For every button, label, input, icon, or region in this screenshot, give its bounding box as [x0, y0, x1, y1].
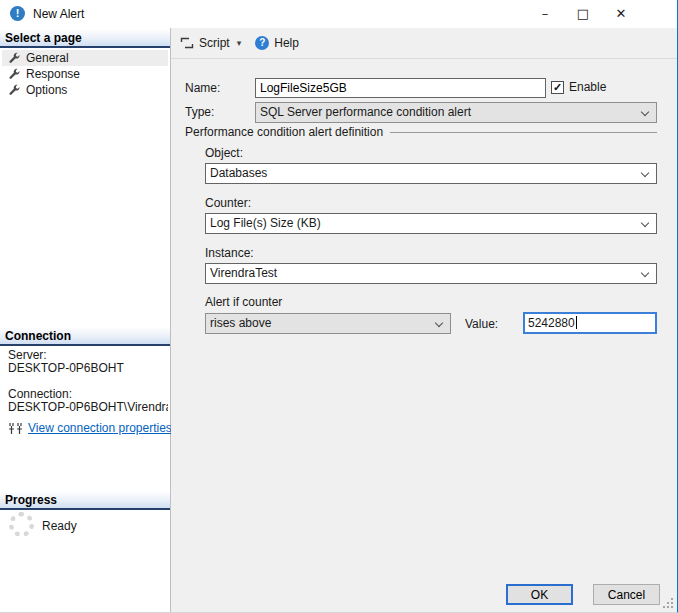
- new-alert-dialog: ! New Alert – □ ✕ Select a page General …: [0, 0, 678, 613]
- object-label: Object:: [205, 146, 243, 160]
- maximize-button[interactable]: □: [564, 0, 602, 28]
- enable-label: Enable: [569, 80, 606, 94]
- sidebar-item-label: Response: [26, 67, 80, 81]
- connection-value: DESKTOP-0P6BOHT\Virendra Yad: [8, 400, 168, 414]
- chevron-down-icon: [641, 219, 649, 227]
- view-connection-properties[interactable]: View connection properties: [8, 421, 172, 435]
- toolbar: Script ▾ ? Help: [171, 28, 678, 59]
- select-a-page-header: Select a page: [0, 30, 170, 48]
- sidebar-item-label: Options: [26, 83, 67, 97]
- progress-header: Progress: [0, 492, 170, 510]
- title-bar[interactable]: ! New Alert – □ ✕: [0, 0, 678, 28]
- connection-header: Connection: [0, 328, 170, 346]
- wrench-icon: [8, 68, 21, 81]
- instance-dropdown-value: VirendraTest: [210, 266, 277, 280]
- help-button-label: Help: [274, 36, 299, 50]
- value-input[interactable]: 5242880: [523, 312, 657, 334]
- sidebar: Select a page General Response Options C…: [0, 28, 171, 613]
- minimize-button[interactable]: –: [526, 0, 564, 28]
- script-icon: [180, 36, 194, 50]
- name-input[interactable]: [255, 78, 546, 98]
- enable-checkbox[interactable]: ✓ Enable: [551, 80, 606, 94]
- wrench-icon: [8, 52, 21, 65]
- condition-dropdown[interactable]: rises above: [205, 313, 451, 334]
- counter-label: Counter:: [205, 196, 251, 210]
- help-icon: ?: [255, 36, 269, 50]
- chevron-down-icon: [641, 108, 649, 116]
- alert-if-counter-label: Alert if counter: [205, 295, 282, 309]
- view-connection-properties-link[interactable]: View connection properties: [28, 421, 172, 435]
- value-label: Value:: [465, 317, 498, 331]
- instance-dropdown[interactable]: VirendraTest: [205, 263, 657, 284]
- resize-grip[interactable]: [663, 598, 675, 610]
- instance-label: Instance:: [205, 246, 254, 260]
- text-caret: [576, 316, 577, 329]
- chevron-down-icon: [641, 269, 649, 277]
- cancel-button[interactable]: Cancel: [593, 584, 660, 605]
- wrench-icon: [8, 84, 21, 97]
- ok-button[interactable]: OK: [506, 584, 573, 605]
- sidebar-item-options[interactable]: Options: [2, 82, 168, 98]
- object-dropdown-value: Databases: [210, 166, 267, 180]
- close-button[interactable]: ✕: [602, 0, 640, 28]
- sidebar-item-general[interactable]: General: [2, 50, 168, 66]
- condition-dropdown-value: rises above: [210, 316, 271, 330]
- sidebar-item-label: General: [26, 51, 69, 65]
- chevron-down-icon: [641, 169, 649, 177]
- chevron-down-icon: [435, 319, 443, 327]
- type-dropdown[interactable]: SQL Server performance condition alert: [255, 102, 657, 123]
- group-separator-line: [390, 132, 657, 133]
- chevron-down-icon: ▾: [237, 38, 242, 48]
- window-title: New Alert: [33, 7, 84, 21]
- progress-status: Ready: [42, 519, 77, 533]
- counter-dropdown[interactable]: Log File(s) Size (KB): [205, 213, 657, 234]
- connection-label: Connection:: [8, 387, 72, 401]
- type-label: Type:: [185, 105, 214, 119]
- value-input-text: 5242880: [528, 316, 575, 330]
- definition-group-label: Performance condition alert definition: [185, 125, 383, 139]
- object-dropdown[interactable]: Databases: [205, 163, 657, 184]
- connection-plug-icon: [8, 422, 24, 435]
- name-label: Name:: [185, 81, 220, 95]
- help-button[interactable]: ? Help: [255, 36, 299, 50]
- checkbox-check-icon: ✓: [551, 81, 564, 94]
- server-label: Server:: [8, 348, 47, 362]
- type-dropdown-value: SQL Server performance condition alert: [260, 105, 471, 119]
- sidebar-item-response[interactable]: Response: [2, 66, 168, 82]
- alert-icon: !: [10, 6, 25, 21]
- definition-group: Performance condition alert definition: [185, 125, 657, 139]
- script-button-label: Script: [199, 36, 230, 50]
- script-button[interactable]: Script ▾: [180, 36, 241, 50]
- main-panel: Script ▾ ? Help Name: ✓ Enable Type: SQL…: [171, 28, 678, 613]
- progress-spinner-icon: [9, 512, 34, 537]
- server-value: DESKTOP-0P6BOHT: [8, 361, 124, 375]
- counter-dropdown-value: Log File(s) Size (KB): [210, 216, 321, 230]
